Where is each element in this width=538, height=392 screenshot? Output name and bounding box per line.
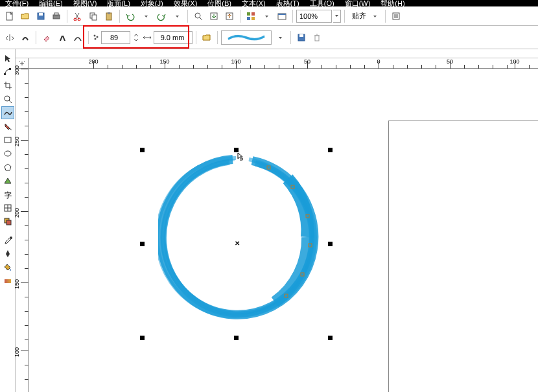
print-button[interactable] [49, 9, 64, 23]
brush-folder-button[interactable] [200, 30, 214, 45]
spray-count-spinner[interactable] [132, 31, 141, 44]
svg-rect-19 [278, 14, 286, 15]
ellipse-tool[interactable] [1, 147, 14, 160]
selection-handle[interactable] [140, 336, 145, 340]
standard-toolbar: 贴齐 [0, 6, 538, 26]
brush-dropdown[interactable] [273, 30, 287, 45]
menu-effects[interactable]: 效果(X) [174, 0, 198, 8]
eraser-button[interactable] [40, 30, 54, 45]
spray-size-value[interactable] [157, 34, 188, 41]
menu-edit[interactable]: 编辑(E) [39, 0, 63, 8]
ruler-vertical[interactable]: 300250200150100 [16, 69, 29, 392]
freehand-tool[interactable] [1, 106, 14, 119]
zoom-value[interactable] [299, 12, 325, 20]
svg-rect-15 [251, 12, 255, 16]
menu-file[interactable]: 文件(F) [5, 0, 29, 8]
brush-preview[interactable] [221, 30, 272, 45]
svg-point-31 [5, 151, 11, 156]
svg-point-29 [5, 96, 10, 101]
spray-size-input[interactable] [154, 31, 193, 44]
menu-tools[interactable]: 工具(O) [310, 0, 334, 8]
shape-tool[interactable] [1, 65, 14, 78]
selection-handle[interactable] [328, 242, 333, 246]
fill-tool[interactable] [1, 260, 14, 273]
selection-center-marker: ✕ [235, 240, 240, 247]
snap-dropdown[interactable] [368, 9, 382, 23]
export-button[interactable] [222, 9, 237, 23]
ruler-horizontal[interactable]: 20015010050050100 [29, 58, 538, 69]
eyedropper-tool[interactable] [1, 233, 14, 246]
mirror-h-button[interactable] [3, 30, 17, 45]
zoom-level-input[interactable] [296, 10, 332, 23]
paste-button[interactable] [102, 9, 116, 23]
menu-text[interactable]: 文本(X) [242, 0, 266, 8]
spray-size-icon [142, 33, 152, 42]
zoom-tool[interactable] [1, 93, 14, 106]
new-button[interactable] [3, 9, 17, 23]
artistic-media-tool[interactable] [1, 120, 14, 133]
drawing-canvas[interactable]: ✕ [29, 69, 538, 392]
brush-type-button[interactable] [18, 30, 32, 45]
selection-handle[interactable] [140, 242, 145, 246]
spray-count-icon [92, 33, 100, 42]
interactive-fill-tool[interactable] [1, 274, 14, 287]
basic-shapes-tool[interactable] [1, 174, 14, 187]
save-brush-button[interactable] [294, 30, 309, 45]
open-button[interactable] [18, 9, 32, 23]
selection-handle[interactable] [140, 148, 145, 152]
menu-help[interactable]: 帮助(H) [380, 0, 404, 8]
artistic-circle-object[interactable] [158, 153, 327, 321]
svg-rect-27 [4, 73, 6, 75]
redo-dropdown[interactable] [170, 9, 184, 23]
cut-button[interactable] [71, 9, 85, 23]
spray-count-value[interactable] [104, 34, 124, 41]
menu-view[interactable]: 视图(V) [73, 0, 97, 8]
undo-button[interactable] [123, 9, 137, 23]
svg-text:字: 字 [5, 191, 12, 199]
app-launcher-dropdown[interactable] [259, 9, 274, 23]
svg-rect-16 [247, 17, 250, 20]
save-button[interactable] [34, 9, 48, 23]
menu-table[interactable]: 表格(T) [276, 0, 299, 8]
table-tool[interactable] [1, 202, 14, 214]
delete-brush-button[interactable] [310, 30, 324, 45]
pick-tool[interactable] [1, 52, 14, 65]
dimension-tool[interactable] [1, 215, 14, 228]
cursor-shape-icon [236, 152, 245, 161]
rectangle-tool[interactable] [1, 133, 14, 146]
selection-handle[interactable] [234, 336, 239, 340]
selection-handle[interactable] [328, 336, 333, 340]
menu-layout[interactable]: 版面(L) [107, 0, 130, 8]
selection-handle[interactable] [328, 148, 333, 152]
menu-object[interactable]: 对象(J) [141, 0, 163, 8]
svg-rect-25 [299, 34, 303, 37]
pressure-button[interactable] [71, 30, 85, 45]
undo-dropdown[interactable] [139, 9, 153, 23]
page-boundary [388, 121, 538, 392]
outline-pen-tool[interactable] [1, 247, 14, 260]
welcome-button[interactable] [275, 9, 289, 23]
copy-button[interactable] [86, 9, 100, 23]
search-button[interactable] [191, 9, 205, 23]
spray-count-input[interactable] [101, 31, 130, 44]
zoom-dropdown[interactable] [333, 10, 341, 23]
svg-point-36 [10, 236, 12, 239]
text-tool[interactable]: 字 [1, 188, 14, 201]
options-button[interactable] [389, 9, 403, 23]
canvas-area: 20015010050050100 300250200150100 [16, 49, 538, 392]
app-launcher-button[interactable] [244, 9, 258, 23]
redo-button[interactable] [154, 9, 169, 23]
property-bar [0, 26, 538, 49]
svg-rect-4 [54, 13, 58, 15]
svg-point-23 [95, 38, 97, 40]
crop-tool[interactable] [1, 79, 14, 92]
svg-rect-28 [9, 68, 11, 70]
svg-point-11 [195, 13, 200, 18]
svg-rect-8 [92, 15, 97, 20]
polygon-tool[interactable] [1, 161, 14, 174]
pen-button[interactable] [55, 30, 69, 45]
svg-rect-2 [39, 13, 43, 16]
import-button[interactable] [207, 9, 221, 23]
menu-bitmap[interactable]: 位图(B) [207, 0, 231, 8]
menu-window[interactable]: 窗口(W) [345, 0, 371, 8]
